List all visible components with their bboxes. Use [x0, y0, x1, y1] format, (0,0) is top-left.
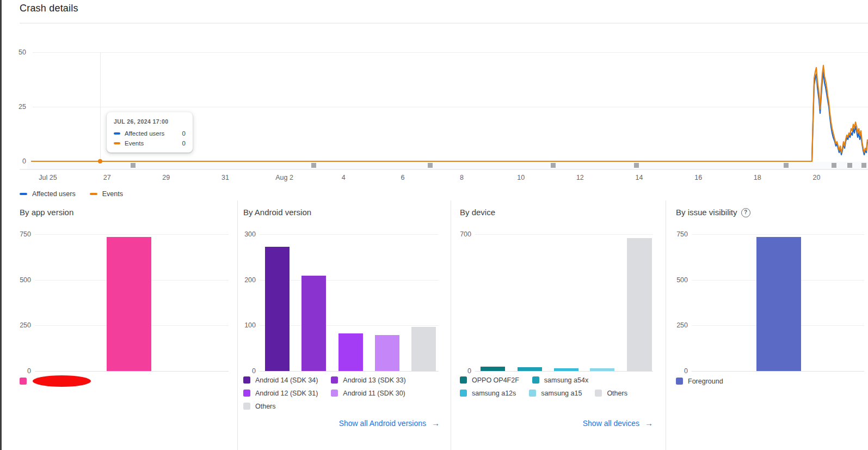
tooltip-timestamp: JUL 26, 2024 17:00: [114, 118, 186, 125]
bar-foreground[interactable]: [756, 237, 801, 371]
chart-title-text: By Android version: [243, 207, 311, 218]
timeline-xtick-label: 18: [740, 173, 775, 182]
timeline-ytick-label: 0: [1, 157, 26, 166]
page-title: Crash details: [20, 3, 78, 14]
legend-item-oppo-op4f2f[interactable]: OPPO OP4F2F: [460, 376, 519, 384]
bar-android-12-sdk-31-[interactable]: [338, 333, 363, 371]
legend-label: Foreground: [688, 378, 723, 385]
bar-samsung-a12s[interactable]: [554, 368, 578, 371]
legend-events[interactable]: Events: [90, 190, 123, 198]
link-show-all-devices[interactable]: Show all devices→: [583, 418, 653, 428]
link-show-all-android-versions[interactable]: Show all Android versions→: [339, 418, 440, 428]
scrubber-marker[interactable]: [847, 163, 852, 168]
legend-swatch: [595, 390, 602, 397]
legend-item-others[interactable]: Others: [595, 389, 627, 397]
bar-gridline: [475, 371, 653, 372]
legend-swatch: [243, 376, 250, 384]
legend-swatch: [20, 378, 27, 385]
legend-item-redacted: [20, 377, 91, 385]
affected-users-dash-icon: [20, 193, 27, 195]
bar-android-14-sdk-34-[interactable]: [265, 247, 290, 371]
bar-ytick-label: 500: [663, 276, 688, 284]
help-icon[interactable]: ?: [741, 208, 750, 217]
legend-swatch: [460, 390, 467, 397]
bar-ytick-label: 250: [6, 321, 31, 330]
bar-android-13-sdk-33-[interactable]: [301, 276, 326, 371]
legend-label: Android 14 (SDK 34): [255, 376, 318, 384]
bar-ytick-label: 750: [663, 230, 688, 239]
legend-label: samsung a12s: [472, 390, 516, 397]
scrubber-marker[interactable]: [131, 163, 136, 168]
link-label: Show all devices: [583, 419, 639, 428]
timeline-xtick-label: Jul 25: [30, 173, 65, 182]
bar-others[interactable]: [627, 238, 652, 371]
legend-item-android-13-sdk-33-[interactable]: Android 13 (SDK 33): [331, 376, 405, 384]
events-dash-icon: [114, 142, 120, 144]
scrubber-marker[interactable]: [428, 163, 433, 168]
timeline-xtick-label: 6: [385, 173, 420, 182]
bar-android-11-sdk-30-[interactable]: [375, 335, 399, 371]
timeline-xtick-label: Aug 2: [267, 173, 302, 182]
legend-item-others[interactable]: Others: [243, 402, 276, 410]
scrubber-marker[interactable]: [832, 163, 836, 168]
scrubber-marker[interactable]: [311, 163, 316, 168]
legend-swatch: [331, 376, 338, 384]
header-divider: [20, 23, 868, 23]
bar-samsung-a54x[interactable]: [518, 367, 542, 371]
bar-gridline: [692, 371, 864, 372]
bar-ytick-label: 200: [231, 276, 256, 284]
legend-item-foreground[interactable]: Foreground: [676, 377, 723, 385]
timeline-xtick-label: 4: [326, 173, 361, 182]
bar-oppo-op4f2f[interactable]: [481, 367, 505, 371]
bar-ytick-label: 700: [446, 230, 471, 239]
legend-item-android-12-sdk-31-[interactable]: Android 12 (SDK 31): [243, 389, 318, 397]
chart-title-by-android-version: By Android version: [243, 207, 311, 218]
legend-item-samsung-a12s[interactable]: samsung a12s: [460, 389, 516, 397]
link-label: Show all Android versions: [339, 419, 426, 428]
bar-gridline: [35, 371, 229, 372]
chart-tooltip: JUL 26, 2024 17:00 Affected users 0 Even…: [107, 112, 193, 153]
bar-ytick-label: 100: [231, 321, 256, 330]
bar-ytick-label: 0: [446, 367, 471, 375]
timeline-xtick-label: 20: [799, 173, 834, 182]
legend-by-device: OPPO OP4F2Fsamsung a54xsamsung a12ssamsu…: [460, 376, 654, 397]
chart-title-by-device: By device: [460, 207, 495, 218]
bar-gridline: [260, 234, 439, 235]
arrow-right-icon: →: [432, 418, 440, 428]
scrubber-marker[interactable]: [551, 163, 556, 168]
scrubber-marker[interactable]: [861, 163, 866, 168]
bar-ytick-label: 300: [231, 230, 256, 239]
timeline-xtick-label: 10: [503, 173, 538, 182]
tooltip-row-events: Events 0: [114, 139, 186, 147]
legend-label: Android 13 (SDK 33): [343, 376, 405, 384]
affected-users-dash-icon: [114, 132, 120, 135]
legend-by-issue-visibility: Foreground: [676, 377, 861, 385]
legend-affected-users[interactable]: Affected users: [20, 190, 76, 198]
legend-item-android-14-sdk-34-[interactable]: Android 14 (SDK 34): [243, 376, 318, 384]
scrubber-marker[interactable]: [634, 163, 639, 168]
bar-ytick-label: 250: [663, 321, 688, 330]
chart-title-text: By issue visibility: [676, 207, 737, 218]
bar-others[interactable]: [411, 327, 436, 371]
bar-gridline: [260, 371, 439, 372]
legend-item-samsung-a54x[interactable]: samsung a54x: [532, 376, 588, 384]
legend-label: Others: [607, 390, 627, 397]
timeline-scrubber-strip[interactable]: [27, 162, 868, 169]
legend-item-samsung-a15[interactable]: samsung a15: [529, 389, 582, 397]
tooltip-row-affected-users: Affected users 0: [114, 130, 186, 137]
hover-point-dot: [98, 159, 102, 163]
bar-gridline: [475, 234, 653, 235]
bar-redacted[interactable]: [107, 237, 151, 371]
legend-label: samsung a15: [541, 390, 582, 397]
bar-samsung-a15[interactable]: [590, 368, 614, 371]
bar-gridline: [35, 234, 229, 235]
chart-title-by-issue-visibility: By issue visibility?: [676, 207, 750, 218]
scrubber-marker[interactable]: [784, 163, 789, 168]
events-dash-icon: [90, 193, 97, 195]
legend-item-android-11-sdk-30-[interactable]: Android 11 (SDK 30): [331, 389, 405, 397]
legend-label: samsung a54x: [544, 376, 588, 384]
bar-ytick-label: 750: [6, 230, 31, 239]
legend-swatch: [331, 390, 338, 397]
legend-swatch: [243, 390, 250, 397]
legend-swatch: [529, 390, 536, 397]
